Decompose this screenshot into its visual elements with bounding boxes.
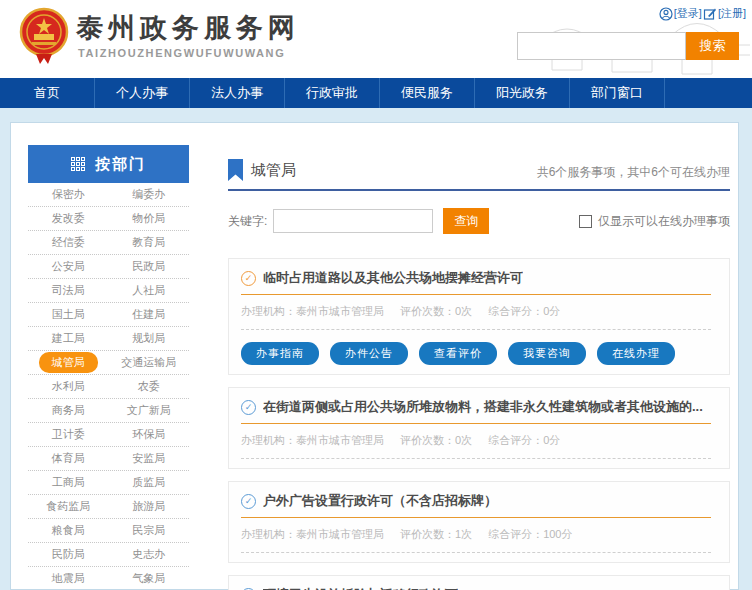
register-link[interactable]: [注册] bbox=[718, 6, 746, 21]
department-item-selected[interactable]: 城管局 bbox=[28, 352, 109, 373]
department-item[interactable]: 工商局 bbox=[28, 475, 109, 490]
service-title[interactable]: 临时占用道路以及其他公共场地摆摊经营许可 bbox=[263, 269, 523, 287]
department-item[interactable]: 教育局 bbox=[109, 235, 190, 250]
account-links: [登录] [注册] bbox=[659, 6, 746, 21]
site-search-button[interactable]: 搜索 bbox=[686, 32, 739, 60]
department-item[interactable]: 交通运输局 bbox=[109, 355, 190, 370]
service-meta: 办理机构：泰州市城市管理局评价次数：1次综合评分：100分 bbox=[241, 527, 717, 542]
service-item-list: ✓临时占用道路以及其他公共场地摆摊经营许可办理机构：泰州市城市管理局评价次数：0… bbox=[228, 258, 730, 590]
department-item[interactable]: 体育局 bbox=[28, 451, 109, 466]
department-item[interactable]: 规划局 bbox=[109, 331, 190, 346]
department-item[interactable]: 粮食局 bbox=[28, 523, 109, 538]
score: 综合评分：100分 bbox=[488, 528, 572, 540]
department-item[interactable]: 农委 bbox=[109, 379, 190, 394]
department-row: 民防局史志办 bbox=[28, 543, 189, 567]
nav-item[interactable]: 阳光政务 bbox=[475, 78, 570, 108]
nav-item[interactable]: 个人办事 bbox=[95, 78, 190, 108]
nav-item[interactable]: 部门窗口 bbox=[570, 78, 665, 108]
nav-item[interactable]: 法人办事 bbox=[190, 78, 285, 108]
nav-item[interactable]: 便民服务 bbox=[380, 78, 475, 108]
service-meta: 办理机构：泰州市城市管理局评价次数：0次综合评分：0分 bbox=[241, 433, 717, 448]
department-row: 工商局质监局 bbox=[28, 471, 189, 495]
service-title[interactable]: 在街道两侧或占用公共场所堆放物料，搭建非永久性建筑物或者其他设施的... bbox=[263, 398, 703, 416]
department-item[interactable]: 建工局 bbox=[28, 331, 109, 346]
service-title[interactable]: 环境卫生设施拆除与迁移行政许可 bbox=[263, 586, 458, 590]
service-meta: 办理机构：泰州市城市管理局评价次数：0次综合评分：0分 bbox=[241, 304, 717, 319]
check-circle-icon: ✓ bbox=[241, 271, 256, 286]
service-count-summary: 共6个服务事项，其中6个可在线办理 bbox=[537, 164, 730, 181]
agency-info: 办理机构：泰州市城市管理局 bbox=[241, 528, 384, 540]
department-row: 公安局民政局 bbox=[28, 255, 189, 279]
site-search: 搜索 bbox=[517, 32, 739, 60]
department-item[interactable]: 国土局 bbox=[28, 307, 109, 322]
dashed-divider bbox=[241, 458, 711, 459]
department-item[interactable]: 旅游局 bbox=[109, 499, 190, 514]
score: 综合评分：0分 bbox=[488, 434, 560, 446]
service-action-buttons: 办事指南办件公告查看评价我要咨询在线办理 bbox=[241, 342, 717, 365]
action-button[interactable]: 办事指南 bbox=[241, 342, 319, 365]
department-item[interactable]: 经信委 bbox=[28, 235, 109, 250]
action-button[interactable]: 办件公告 bbox=[330, 342, 408, 365]
action-button[interactable]: 在线办理 bbox=[597, 342, 675, 365]
department-item[interactable]: 发改委 bbox=[28, 211, 109, 226]
user-icon bbox=[659, 7, 673, 21]
keyword-search-row: 关键字: 查询 仅显示可以在线办理事项 bbox=[228, 208, 730, 234]
department-item[interactable]: 公安局 bbox=[28, 259, 109, 274]
department-row: 食药监局旅游局 bbox=[28, 495, 189, 519]
keyword-input[interactable] bbox=[273, 209, 433, 233]
site-title: 泰州政务服务网 bbox=[76, 10, 300, 46]
bookmark-icon bbox=[228, 159, 243, 181]
department-item[interactable]: 民防局 bbox=[28, 547, 109, 562]
department-sidebar: 按部门 保密办编委办发改委物价局经信委教育局公安局民政局司法局人社局国土局住建局… bbox=[28, 145, 189, 590]
title-underline bbox=[241, 517, 711, 518]
department-list: 保密办编委办发改委物价局经信委教育局公安局民政局司法局人社局国土局住建局建工局规… bbox=[28, 183, 189, 590]
service-item: ✓临时占用道路以及其他公共场地摆摊经营许可办理机构：泰州市城市管理局评价次数：0… bbox=[228, 258, 730, 375]
register-pencil-icon bbox=[703, 7, 717, 21]
department-header: 城管局 共6个服务事项，其中6个可在线办理 bbox=[228, 159, 730, 191]
dashed-divider bbox=[241, 552, 711, 553]
department-item[interactable]: 食药监局 bbox=[28, 499, 109, 514]
department-title: 城管局 bbox=[251, 161, 296, 180]
department-row: 地震局气象局 bbox=[28, 567, 189, 590]
department-item[interactable]: 安监局 bbox=[109, 451, 190, 466]
login-link[interactable]: [登录] bbox=[674, 6, 702, 21]
department-item[interactable]: 卫计委 bbox=[28, 427, 109, 442]
selected-department-pill[interactable]: 城管局 bbox=[39, 352, 98, 373]
department-item[interactable]: 人社局 bbox=[109, 283, 190, 298]
title-underline bbox=[241, 294, 711, 295]
grid-icon bbox=[71, 157, 85, 171]
department-item[interactable]: 住建局 bbox=[109, 307, 190, 322]
department-item[interactable]: 水利局 bbox=[28, 379, 109, 394]
site-subtitle: TAIZHOUZHENGWUFUWUWANG bbox=[78, 47, 285, 59]
department-item[interactable]: 物价局 bbox=[109, 211, 190, 226]
department-item[interactable]: 民宗局 bbox=[109, 523, 190, 538]
department-item[interactable]: 编委办 bbox=[109, 187, 190, 202]
sidebar-title: 按部门 bbox=[95, 155, 146, 174]
score: 综合评分：0分 bbox=[488, 305, 560, 317]
department-item[interactable]: 史志办 bbox=[109, 547, 190, 562]
department-row: 保密办编委办 bbox=[28, 183, 189, 207]
department-item[interactable]: 保密办 bbox=[28, 187, 109, 202]
department-item[interactable]: 气象局 bbox=[109, 571, 190, 586]
department-item[interactable]: 商务局 bbox=[28, 403, 109, 418]
sidebar-header: 按部门 bbox=[28, 145, 189, 183]
site-search-input[interactable] bbox=[517, 32, 686, 60]
online-only-checkbox[interactable] bbox=[579, 215, 592, 228]
check-circle-icon: ✓ bbox=[241, 400, 256, 415]
department-item[interactable]: 司法局 bbox=[28, 283, 109, 298]
department-item[interactable]: 地震局 bbox=[28, 571, 109, 586]
main-nav: 首页个人办事法人办事行政审批便民服务阳光政务部门窗口 bbox=[0, 78, 752, 108]
dashed-divider bbox=[241, 329, 711, 330]
action-button[interactable]: 查看评价 bbox=[419, 342, 497, 365]
department-item[interactable]: 文广新局 bbox=[109, 403, 190, 418]
department-item[interactable]: 质监局 bbox=[109, 475, 190, 490]
nav-item[interactable]: 行政审批 bbox=[285, 78, 380, 108]
department-item[interactable]: 民政局 bbox=[109, 259, 190, 274]
service-title[interactable]: 户外广告设置行政许可（不含店招标牌） bbox=[263, 492, 497, 510]
query-button[interactable]: 查询 bbox=[443, 208, 489, 234]
nav-item[interactable]: 首页 bbox=[0, 78, 95, 108]
department-row: 发改委物价局 bbox=[28, 207, 189, 231]
department-item[interactable]: 环保局 bbox=[109, 427, 190, 442]
service-item: ✓户外广告设置行政许可（不含店招标牌）办理机构：泰州市城市管理局评价次数：1次综… bbox=[228, 481, 730, 563]
action-button[interactable]: 我要咨询 bbox=[508, 342, 586, 365]
